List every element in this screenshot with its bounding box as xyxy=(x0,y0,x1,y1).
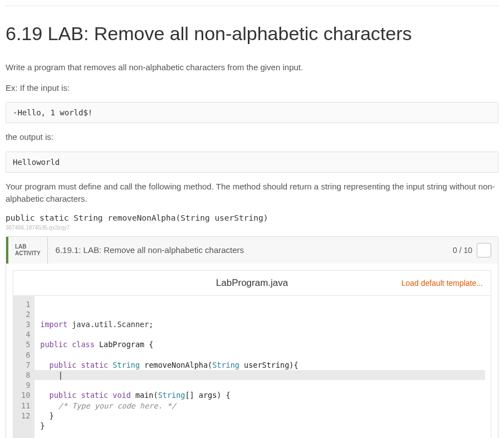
code-line[interactable] xyxy=(40,380,485,390)
line-number: 7 xyxy=(21,360,30,370)
lab-header: LAB ACTIVITY 6.19.1: LAB: Remove all non… xyxy=(6,237,498,264)
line-number: 2 xyxy=(21,309,30,319)
file-name: LabProgram.java xyxy=(216,278,288,288)
lab-score: 0 / 10 xyxy=(446,237,498,264)
lab-header-title: 6.19.1: LAB: Remove all non-alphabetic c… xyxy=(48,237,446,264)
line-number: 3 xyxy=(21,319,30,329)
intro-text: Write a program that removes all non-alp… xyxy=(6,61,498,74)
code-line[interactable]: | xyxy=(35,370,485,380)
page-title: 6.19 LAB: Remove all non-alphabetic char… xyxy=(6,23,498,45)
lab-badge-line1: LAB xyxy=(15,244,41,250)
example-label: Ex: If the input is: xyxy=(6,82,498,95)
load-template-link[interactable]: Load default template... xyxy=(402,279,483,288)
top-divider xyxy=(6,6,498,6)
watermark-id: 387466.1874536.qx3zqy7 xyxy=(6,225,498,231)
code-line[interactable]: /* Type your code here. */ xyxy=(40,401,485,411)
lab-editor-container: LabProgram.java Load default template...… xyxy=(13,270,491,439)
line-number-gutter: 123456789101112 xyxy=(13,296,35,439)
lab-badge-line2: ACTIVITY xyxy=(15,250,41,257)
line-number: 4 xyxy=(21,329,30,339)
line-number: 1 xyxy=(21,299,30,309)
input-example-box: -Hello, 1 world$! xyxy=(6,102,498,123)
line-number: 8 xyxy=(21,370,30,380)
file-bar: LabProgram.java Load default template... xyxy=(13,271,491,296)
line-number: 12 xyxy=(21,411,30,421)
code-line[interactable]: } xyxy=(40,421,485,431)
lab-activity-panel: LAB ACTIVITY 6.19.1: LAB: Remove all non… xyxy=(6,236,498,439)
code-line[interactable]: } xyxy=(40,411,485,421)
lab-badge: LAB ACTIVITY xyxy=(8,237,48,264)
method-signature: public static String removeNonAlpha(Stri… xyxy=(6,213,498,222)
code-line[interactable] xyxy=(40,329,485,339)
line-number: 6 xyxy=(21,350,30,360)
line-number: 9 xyxy=(21,380,30,390)
output-example-box: Helloworld xyxy=(6,152,498,173)
output-label: the output is: xyxy=(6,131,498,144)
lab-body: LabProgram.java Load default template...… xyxy=(6,264,498,439)
code-line[interactable]: import java.util.Scanner; xyxy=(40,319,485,329)
score-box-icon xyxy=(477,243,491,257)
line-number: 11 xyxy=(21,401,30,411)
line-number: 5 xyxy=(21,339,30,349)
code-line[interactable]: public class LabProgram { xyxy=(40,339,485,349)
line-number: 10 xyxy=(21,390,30,400)
method-desc: Your program must define and call the fo… xyxy=(6,181,498,206)
code-line[interactable]: public static void main(String[] args) { xyxy=(40,390,485,400)
code-editor[interactable]: 123456789101112 import java.util.Scanner… xyxy=(13,296,491,439)
lab-score-text: 0 / 10 xyxy=(453,246,472,255)
code-area[interactable]: import java.util.Scanner; public class L… xyxy=(35,296,491,439)
code-line[interactable] xyxy=(40,431,485,438)
code-line[interactable]: public static String removeNonAlpha(Stri… xyxy=(40,360,485,370)
code-line[interactable] xyxy=(40,350,485,360)
